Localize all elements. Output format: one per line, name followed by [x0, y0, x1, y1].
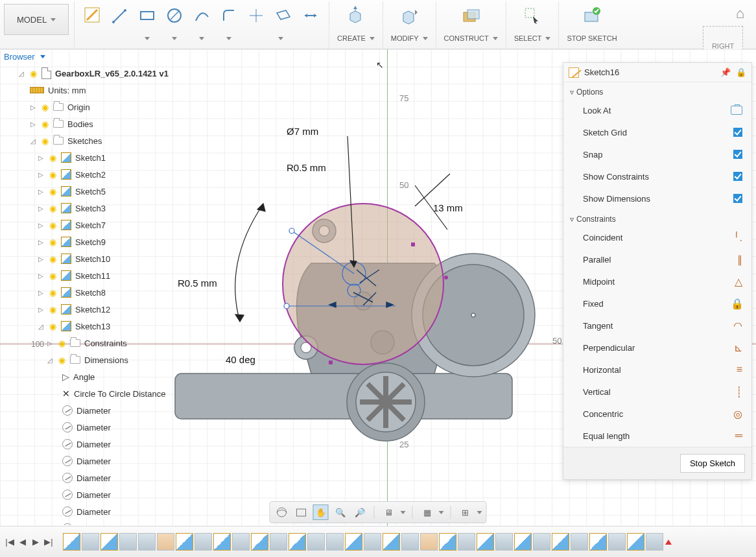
chevron-down-icon[interactable] — [477, 511, 482, 514]
chevron-down-icon[interactable] — [278, 37, 283, 40]
chevron-down-icon[interactable] — [545, 37, 550, 40]
bulb-icon[interactable]: ◉ — [57, 355, 66, 365]
timeline-feature[interactable] — [213, 533, 231, 551]
timeline-feature[interactable] — [364, 533, 381, 551]
constraint-item[interactable]: Tangent ◠ — [563, 314, 751, 337]
timeline-feature[interactable] — [458, 533, 475, 551]
tree-sketch-item[interactable]: ▷ ◉ Sketch10 — [0, 250, 188, 267]
stop-sketch-icon[interactable] — [582, 5, 602, 26]
line-icon[interactable] — [110, 5, 130, 26]
timeline-feature[interactable] — [195, 533, 212, 551]
timeline-feature[interactable] — [138, 533, 156, 551]
timeline-end[interactable]: ▶| — [43, 536, 54, 548]
tree-dimensions[interactable]: ◿◉Dimensions — [0, 351, 188, 368]
tree-dimension-item[interactable]: Diameter — [0, 469, 188, 486]
timeline-feature[interactable] — [100, 533, 118, 551]
tree-dimension-item[interactable]: Diameter — [0, 419, 188, 436]
stop-sketch-button[interactable]: Stop Sketch — [680, 454, 745, 473]
constraint-item[interactable]: Fixed 🔒 — [563, 292, 751, 314]
checkbox-checked-icon[interactable] — [733, 194, 742, 203]
circle-icon[interactable] — [164, 5, 185, 26]
timeline-feature[interactable] — [439, 533, 456, 551]
constraint-item[interactable]: Vertical ┊ — [563, 381, 751, 403]
dimension-icon[interactable] — [300, 5, 321, 26]
expand-icon[interactable]: ▷ — [38, 306, 44, 313]
checkbox-checked-icon[interactable] — [733, 150, 742, 159]
chevron-down-icon[interactable] — [401, 511, 406, 514]
timeline-feature[interactable] — [82, 533, 99, 551]
sketch-icon[interactable] — [82, 5, 103, 26]
tree-dimension-item[interactable]: Diameter — [0, 402, 188, 419]
timeline-feature[interactable] — [589, 533, 607, 551]
checkbox-checked-icon[interactable] — [733, 128, 742, 137]
viewport-icon[interactable]: ⊞ — [458, 504, 473, 520]
timeline-start[interactable]: |◀ — [4, 536, 16, 548]
bulb-icon[interactable]: ◉ — [48, 305, 57, 314]
tree-bodies[interactable]: ▷◉Bodies — [0, 115, 188, 132]
zoom-window-icon[interactable]: 🔎 — [352, 504, 368, 520]
chevron-down-icon[interactable] — [439, 511, 444, 514]
constraints-header[interactable]: ▿Constraints — [563, 209, 751, 226]
collapse-icon[interactable]: ◿ — [30, 137, 36, 145]
chevron-down-icon[interactable] — [370, 37, 375, 40]
lock-icon[interactable]: 🔒 — [736, 67, 746, 77]
bulb-icon[interactable]: ◉ — [48, 322, 57, 331]
timeline-feature[interactable] — [157, 533, 174, 551]
look-at-icon[interactable] — [731, 106, 742, 115]
constraint-item[interactable]: Coincident ╵. — [563, 226, 751, 248]
constraint-item[interactable]: Horizontal ≡ — [563, 359, 751, 381]
tree-units[interactable]: Units: mm — [0, 82, 188, 99]
expand-icon[interactable]: ▷ — [30, 121, 36, 128]
chevron-down-icon[interactable] — [423, 37, 428, 40]
timeline-feature[interactable] — [307, 533, 325, 551]
palette-option[interactable]: Show Constraints — [563, 165, 751, 187]
bulb-icon[interactable]: ◉ — [48, 170, 57, 180]
constraint-item[interactable]: Concentric ◎ — [563, 403, 751, 425]
palette-option[interactable]: Look At — [563, 99, 751, 121]
expand-icon[interactable]: ▷ — [38, 222, 44, 229]
timeline-feature[interactable] — [571, 533, 588, 551]
bulb-icon[interactable]: ◉ — [48, 153, 57, 163]
timeline-feature[interactable] — [552, 533, 569, 551]
tree-sketch-item[interactable]: ▷ ◉ Sketch1 — [0, 149, 188, 166]
expand-icon[interactable]: ▷ — [38, 171, 44, 178]
bulb-icon[interactable]: ◉ — [57, 338, 66, 348]
orbit-icon[interactable] — [274, 504, 290, 520]
tree-sketch-item[interactable]: ▷ ◉ Sketch9 — [0, 233, 188, 250]
bulb-icon[interactable]: ◉ — [48, 237, 57, 247]
tree-constraints[interactable]: ▷◉Constraints — [0, 335, 188, 351]
tree-dimension-item[interactable]: Diameter — [0, 436, 188, 453]
expand-icon[interactable]: ▷ — [38, 289, 44, 296]
tree-dimension-item[interactable]: Diameter — [0, 503, 188, 520]
pin-icon[interactable]: 📌 — [720, 67, 731, 77]
constraint-item[interactable]: Parallel ∥ — [563, 248, 751, 270]
palette-option[interactable]: Snap — [563, 143, 751, 165]
timeline-feature[interactable] — [608, 533, 626, 551]
tree-sketch-item[interactable]: ▷ ◉ Sketch8 — [0, 284, 188, 301]
chevron-down-icon[interactable] — [172, 37, 177, 40]
arc-icon[interactable] — [191, 5, 212, 26]
bulb-icon[interactable]: ◉ — [48, 271, 57, 281]
tree-sketch-item[interactable]: ▷ ◉ Sketch5 — [0, 183, 188, 200]
checkbox-checked-icon[interactable] — [733, 172, 742, 181]
palette-header[interactable]: Sketch16 📌 🔒 — [563, 63, 751, 82]
bulb-icon[interactable]: ◉ — [48, 204, 57, 213]
expand-icon[interactable]: ▷ — [38, 255, 44, 263]
constraint-item[interactable]: Perpendicular ⊾ — [563, 337, 751, 359]
tree-sketch-item[interactable]: ▷ ◉ Sketch2 — [0, 166, 188, 183]
timeline-prev[interactable]: ◀ — [17, 536, 29, 548]
dimension-text[interactable]: R0.5 mm — [287, 162, 326, 173]
construct-icon[interactable] — [460, 5, 481, 26]
timeline-feature[interactable] — [251, 533, 268, 551]
timeline-feature[interactable] — [63, 533, 80, 551]
dimension-text[interactable]: Ø7 mm — [287, 126, 318, 137]
expand-icon[interactable]: ▷ — [38, 239, 44, 246]
bulb-icon[interactable]: ◉ — [40, 102, 49, 112]
chevron-down-icon[interactable] — [493, 37, 498, 40]
grid-settings-icon[interactable]: ▦ — [419, 504, 435, 520]
point-icon[interactable] — [246, 5, 266, 26]
tree-dimension-item[interactable]: Diameter — [0, 453, 188, 469]
display-settings-icon[interactable]: 🖥 — [381, 504, 397, 520]
bulb-icon[interactable]: ◉ — [29, 69, 38, 78]
timeline-feature[interactable] — [477, 533, 494, 551]
